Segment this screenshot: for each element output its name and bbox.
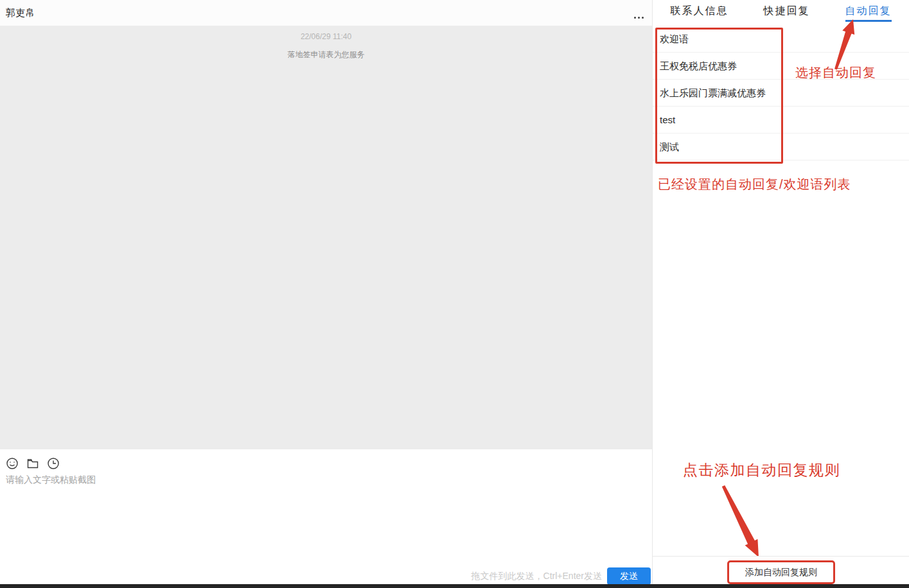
contact-side-panel: 联系人信息 快捷回复 自动回复 欢迎语 王权免税店优惠券 水上乐园门票满减优惠券… xyxy=(652,0,909,588)
annotation-click-add-rule: 点击添加自动回复规则 xyxy=(683,460,840,480)
send-button[interactable]: 发送 xyxy=(607,567,651,585)
auto-reply-rule-list: 欢迎语 王权免税店优惠券 水上乐园门票满减优惠券 test 测试 xyxy=(653,26,909,160)
chat-panel: 郭吏帛 22/06/29 11:40 落地签申请表为您服务 xyxy=(0,0,652,588)
more-options-icon[interactable] xyxy=(634,17,644,19)
chat-message-area: 22/06/29 11:40 落地签申请表为您服务 xyxy=(0,26,652,449)
history-clock-icon[interactable] xyxy=(47,457,60,470)
window-bottom-edge xyxy=(0,584,909,588)
tab-auto-reply[interactable]: 自动回复 xyxy=(845,4,892,22)
panel-tab-bar: 联系人信息 快捷回复 自动回复 xyxy=(653,0,909,26)
arrow-to-add-rule-button xyxy=(722,485,759,557)
chat-input-area[interactable]: 请输入文字或粘贴截图 拖文件到此发送，Ctrl+Enter发送 发送 xyxy=(0,449,652,588)
send-row: 拖文件到此发送，Ctrl+Enter发送 发送 xyxy=(472,567,651,585)
rule-item-duty-free-coupon[interactable]: 王权免税店优惠券 xyxy=(653,53,909,80)
rule-item-ceshi[interactable]: 测试 xyxy=(653,134,909,160)
tab-contact-info[interactable]: 联系人信息 xyxy=(671,4,728,22)
app-window: 郭吏帛 22/06/29 11:40 落地签申请表为您服务 xyxy=(0,0,909,588)
tab-quick-reply[interactable]: 快捷回复 xyxy=(764,4,810,22)
message-input[interactable]: 请输入文字或粘贴截图 xyxy=(0,470,652,486)
chat-header: 郭吏帛 xyxy=(0,0,652,26)
annotation-configured-list: 已经设置的自动回复/欢迎语列表 xyxy=(658,176,851,193)
file-folder-icon[interactable] xyxy=(26,457,39,470)
rule-item-waterpark-coupon[interactable]: 水上乐园门票满减优惠券 xyxy=(653,80,909,107)
panel-footer: 添加自动回复规则 xyxy=(653,556,909,588)
drag-drop-hint: 拖文件到此发送，Ctrl+Enter发送 xyxy=(472,571,602,582)
message-timestamp: 22/06/29 11:40 xyxy=(0,26,652,41)
rule-item-test[interactable]: test xyxy=(653,107,909,134)
contact-name: 郭吏帛 xyxy=(6,7,35,19)
input-toolbar xyxy=(0,449,652,470)
chat-message: 落地签申请表为您服务 xyxy=(0,49,652,60)
rule-item-welcome[interactable]: 欢迎语 xyxy=(653,26,909,53)
add-auto-reply-rule-button[interactable]: 添加自动回复规则 xyxy=(727,560,835,584)
emoji-icon[interactable] xyxy=(6,457,19,470)
